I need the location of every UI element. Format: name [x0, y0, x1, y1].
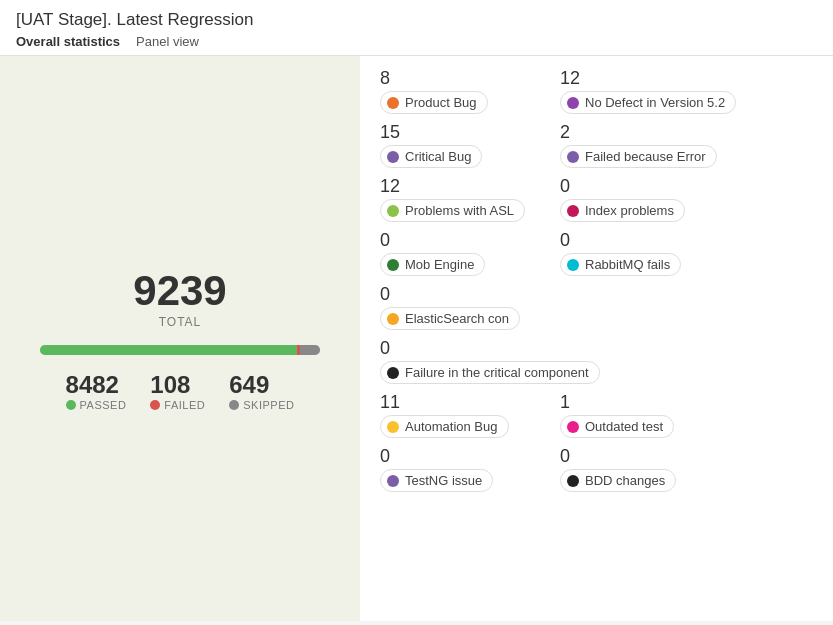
defect-label: ElasticSearch con	[405, 311, 509, 326]
defect-label: Failure in the critical component	[405, 365, 589, 380]
header-nav: Overall statistics Panel view	[16, 34, 817, 49]
defect-badge[interactable]: Product Bug	[380, 91, 488, 114]
defect-row: 0TestNG issue0BDD changes	[380, 446, 813, 492]
defect-badge[interactable]: Failure in the critical component	[380, 361, 600, 384]
defect-item: 0TestNG issue	[380, 446, 540, 492]
defect-color-dot	[567, 421, 579, 433]
defect-item: 1Outdated test	[560, 392, 720, 438]
passed-dot	[66, 400, 76, 410]
skipped-number: 649	[229, 371, 269, 399]
total-number: 9239	[133, 267, 226, 315]
defect-row: 0ElasticSearch con	[380, 284, 813, 330]
defect-count: 11	[380, 392, 400, 413]
defect-item: 0Failure in the critical component	[380, 338, 600, 384]
defect-item: 0ElasticSearch con	[380, 284, 540, 330]
passed-number: 8482	[66, 371, 119, 399]
defect-color-dot	[387, 97, 399, 109]
defect-color-dot	[387, 259, 399, 271]
defect-label: Problems with ASL	[405, 203, 514, 218]
defect-row: 8Product Bug12No Defect in Version 5.2	[380, 68, 813, 114]
defect-color-dot	[567, 97, 579, 109]
defect-row: 15Critical Bug2Failed because Error	[380, 122, 813, 168]
defect-item: 12No Defect in Version 5.2	[560, 68, 736, 114]
defect-count: 0	[560, 446, 570, 467]
defect-label: No Defect in Version 5.2	[585, 95, 725, 110]
defect-badge[interactable]: TestNG issue	[380, 469, 493, 492]
defect-badge[interactable]: Critical Bug	[380, 145, 482, 168]
defect-label: Failed because Error	[585, 149, 706, 164]
defect-color-dot	[387, 367, 399, 379]
nav-overall-statistics[interactable]: Overall statistics	[16, 34, 120, 49]
progress-skipped	[300, 345, 320, 355]
passed-label-row: PASSED	[66, 399, 127, 411]
defect-badge[interactable]: Automation Bug	[380, 415, 509, 438]
defect-badge[interactable]: Problems with ASL	[380, 199, 525, 222]
defect-color-dot	[567, 205, 579, 217]
defect-item: 12Problems with ASL	[380, 176, 540, 222]
defect-item: 0BDD changes	[560, 446, 720, 492]
defect-color-dot	[387, 421, 399, 433]
defect-badge[interactable]: Outdated test	[560, 415, 674, 438]
defect-label: Index problems	[585, 203, 674, 218]
defect-item: 8Product Bug	[380, 68, 540, 114]
defect-label: Outdated test	[585, 419, 663, 434]
defect-count: 1	[560, 392, 570, 413]
defect-label: RabbitMQ fails	[585, 257, 670, 272]
defect-color-dot	[567, 259, 579, 271]
failed-label-row: FAILED	[150, 399, 205, 411]
defect-color-dot	[387, 475, 399, 487]
defect-row: 0Failure in the critical component	[380, 338, 813, 384]
defect-color-dot	[387, 205, 399, 217]
defect-badge[interactable]: RabbitMQ fails	[560, 253, 681, 276]
defect-row: 11Automation Bug1Outdated test	[380, 392, 813, 438]
defect-color-dot	[567, 151, 579, 163]
progress-bar	[40, 345, 320, 355]
defect-color-dot	[387, 313, 399, 325]
defect-item: 0RabbitMQ fails	[560, 230, 720, 276]
right-panel: 8Product Bug12No Defect in Version 5.215…	[360, 56, 833, 621]
defect-badge[interactable]: Index problems	[560, 199, 685, 222]
defect-label: TestNG issue	[405, 473, 482, 488]
defect-count: 0	[380, 230, 390, 251]
defect-badge[interactable]: Mob Engine	[380, 253, 485, 276]
defect-label: BDD changes	[585, 473, 665, 488]
defect-item: 2Failed because Error	[560, 122, 720, 168]
defect-row: 12Problems with ASL0Index problems	[380, 176, 813, 222]
defect-color-dot	[567, 475, 579, 487]
defect-count: 0	[380, 338, 390, 359]
defect-label: Automation Bug	[405, 419, 498, 434]
defect-count: 0	[380, 284, 390, 305]
main-content: 9239 TOTAL 8482 PASSED 108 FAILED	[0, 56, 833, 621]
defect-item: 15Critical Bug	[380, 122, 540, 168]
defect-count: 12	[380, 176, 400, 197]
progress-passed	[40, 345, 297, 355]
defect-count: 0	[560, 230, 570, 251]
defect-badge[interactable]: BDD changes	[560, 469, 676, 492]
defect-count: 12	[560, 68, 580, 89]
defect-badge[interactable]: Failed because Error	[560, 145, 717, 168]
total-label: TOTAL	[159, 315, 202, 329]
defect-count: 2	[560, 122, 570, 143]
header: [UAT Stage]. Latest Regression Overall s…	[0, 0, 833, 56]
defect-badge[interactable]: No Defect in Version 5.2	[560, 91, 736, 114]
skipped-dot	[229, 400, 239, 410]
defect-badge[interactable]: ElasticSearch con	[380, 307, 520, 330]
defect-item: 0Index problems	[560, 176, 720, 222]
defect-count: 8	[380, 68, 390, 89]
skipped-label-row: SKIPPED	[229, 399, 294, 411]
left-panel: 9239 TOTAL 8482 PASSED 108 FAILED	[0, 56, 360, 621]
defect-row: 0Mob Engine0RabbitMQ fails	[380, 230, 813, 276]
stat-failed: 108 FAILED	[150, 371, 205, 411]
defect-item: 11Automation Bug	[380, 392, 540, 438]
skipped-label: SKIPPED	[243, 399, 294, 411]
defect-item: 0Mob Engine	[380, 230, 540, 276]
failed-label: FAILED	[164, 399, 205, 411]
failed-number: 108	[150, 371, 190, 399]
page-title: [UAT Stage]. Latest Regression	[16, 10, 817, 30]
stat-skipped: 649 SKIPPED	[229, 371, 294, 411]
defect-count: 0	[380, 446, 390, 467]
nav-panel-view[interactable]: Panel view	[136, 34, 199, 49]
defect-color-dot	[387, 151, 399, 163]
stats-row: 8482 PASSED 108 FAILED 649 SKIPPED	[66, 371, 295, 411]
stat-passed: 8482 PASSED	[66, 371, 127, 411]
